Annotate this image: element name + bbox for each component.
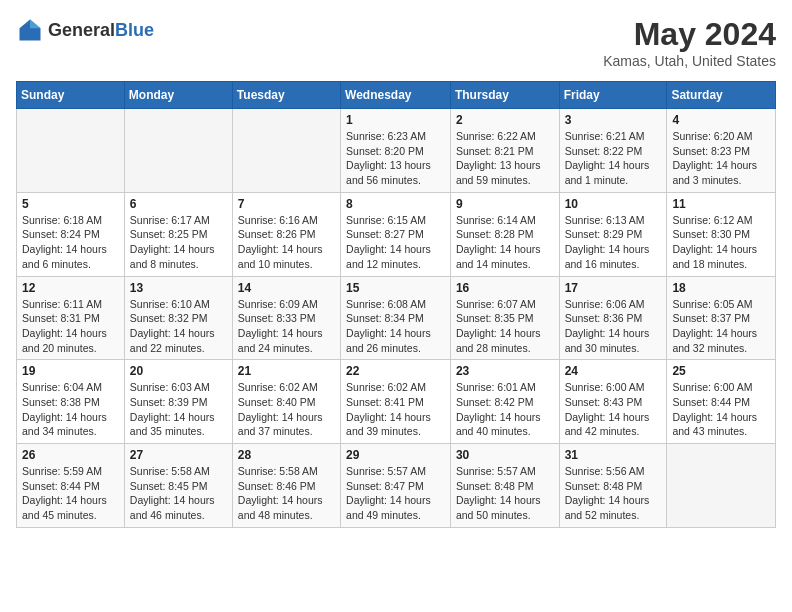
calendar-week-row: 5Sunrise: 6:18 AMSunset: 8:24 PMDaylight… (17, 192, 776, 276)
day-info: Sunrise: 6:09 AMSunset: 8:33 PMDaylight:… (238, 297, 335, 356)
day-info: Sunrise: 6:21 AMSunset: 8:22 PMDaylight:… (565, 129, 662, 188)
day-number: 14 (238, 281, 335, 295)
day-number: 13 (130, 281, 227, 295)
calendar-cell: 21Sunrise: 6:02 AMSunset: 8:40 PMDayligh… (232, 360, 340, 444)
calendar-week-row: 1Sunrise: 6:23 AMSunset: 8:20 PMDaylight… (17, 109, 776, 193)
day-info: Sunrise: 6:13 AMSunset: 8:29 PMDaylight:… (565, 213, 662, 272)
calendar-cell: 1Sunrise: 6:23 AMSunset: 8:20 PMDaylight… (341, 109, 451, 193)
day-info: Sunrise: 5:57 AMSunset: 8:48 PMDaylight:… (456, 464, 554, 523)
logo-general: General (48, 20, 115, 40)
calendar-cell: 30Sunrise: 5:57 AMSunset: 8:48 PMDayligh… (450, 444, 559, 528)
calendar-cell: 4Sunrise: 6:20 AMSunset: 8:23 PMDaylight… (667, 109, 776, 193)
weekday-header-row: SundayMondayTuesdayWednesdayThursdayFrid… (17, 82, 776, 109)
day-info: Sunrise: 6:03 AMSunset: 8:39 PMDaylight:… (130, 380, 227, 439)
day-number: 12 (22, 281, 119, 295)
day-info: Sunrise: 5:56 AMSunset: 8:48 PMDaylight:… (565, 464, 662, 523)
day-number: 7 (238, 197, 335, 211)
day-number: 18 (672, 281, 770, 295)
day-number: 4 (672, 113, 770, 127)
calendar-cell: 5Sunrise: 6:18 AMSunset: 8:24 PMDaylight… (17, 192, 125, 276)
calendar-cell: 16Sunrise: 6:07 AMSunset: 8:35 PMDayligh… (450, 276, 559, 360)
day-number: 19 (22, 364, 119, 378)
day-number: 26 (22, 448, 119, 462)
day-info: Sunrise: 6:16 AMSunset: 8:26 PMDaylight:… (238, 213, 335, 272)
calendar-cell: 27Sunrise: 5:58 AMSunset: 8:45 PMDayligh… (124, 444, 232, 528)
day-number: 23 (456, 364, 554, 378)
day-info: Sunrise: 6:17 AMSunset: 8:25 PMDaylight:… (130, 213, 227, 272)
day-number: 22 (346, 364, 445, 378)
day-number: 21 (238, 364, 335, 378)
calendar-cell: 22Sunrise: 6:02 AMSunset: 8:41 PMDayligh… (341, 360, 451, 444)
logo-text: GeneralBlue (48, 20, 154, 41)
day-info: Sunrise: 5:59 AMSunset: 8:44 PMDaylight:… (22, 464, 119, 523)
calendar-cell: 20Sunrise: 6:03 AMSunset: 8:39 PMDayligh… (124, 360, 232, 444)
calendar-cell: 24Sunrise: 6:00 AMSunset: 8:43 PMDayligh… (559, 360, 667, 444)
day-number: 30 (456, 448, 554, 462)
day-number: 25 (672, 364, 770, 378)
day-number: 15 (346, 281, 445, 295)
day-info: Sunrise: 6:06 AMSunset: 8:36 PMDaylight:… (565, 297, 662, 356)
day-info: Sunrise: 5:58 AMSunset: 8:46 PMDaylight:… (238, 464, 335, 523)
weekday-header: Wednesday (341, 82, 451, 109)
day-info: Sunrise: 6:04 AMSunset: 8:38 PMDaylight:… (22, 380, 119, 439)
day-number: 31 (565, 448, 662, 462)
day-number: 16 (456, 281, 554, 295)
day-number: 17 (565, 281, 662, 295)
calendar-cell: 6Sunrise: 6:17 AMSunset: 8:25 PMDaylight… (124, 192, 232, 276)
day-info: Sunrise: 6:12 AMSunset: 8:30 PMDaylight:… (672, 213, 770, 272)
day-info: Sunrise: 6:00 AMSunset: 8:43 PMDaylight:… (565, 380, 662, 439)
page-header: GeneralBlue May 2024 Kamas, Utah, United… (16, 16, 776, 69)
calendar-body: 1Sunrise: 6:23 AMSunset: 8:20 PMDaylight… (17, 109, 776, 528)
calendar-cell: 28Sunrise: 5:58 AMSunset: 8:46 PMDayligh… (232, 444, 340, 528)
day-number: 2 (456, 113, 554, 127)
title-block: May 2024 Kamas, Utah, United States (603, 16, 776, 69)
calendar-cell (17, 109, 125, 193)
calendar-cell: 8Sunrise: 6:15 AMSunset: 8:27 PMDaylight… (341, 192, 451, 276)
calendar-cell: 9Sunrise: 6:14 AMSunset: 8:28 PMDaylight… (450, 192, 559, 276)
logo-blue: Blue (115, 20, 154, 40)
logo-icon (16, 16, 44, 44)
day-info: Sunrise: 6:07 AMSunset: 8:35 PMDaylight:… (456, 297, 554, 356)
calendar-cell: 15Sunrise: 6:08 AMSunset: 8:34 PMDayligh… (341, 276, 451, 360)
day-number: 27 (130, 448, 227, 462)
day-number: 29 (346, 448, 445, 462)
day-number: 20 (130, 364, 227, 378)
day-info: Sunrise: 6:20 AMSunset: 8:23 PMDaylight:… (672, 129, 770, 188)
calendar-cell: 23Sunrise: 6:01 AMSunset: 8:42 PMDayligh… (450, 360, 559, 444)
location-subtitle: Kamas, Utah, United States (603, 53, 776, 69)
day-info: Sunrise: 6:02 AMSunset: 8:40 PMDaylight:… (238, 380, 335, 439)
day-info: Sunrise: 6:22 AMSunset: 8:21 PMDaylight:… (456, 129, 554, 188)
weekday-header: Monday (124, 82, 232, 109)
calendar-cell: 11Sunrise: 6:12 AMSunset: 8:30 PMDayligh… (667, 192, 776, 276)
logo: GeneralBlue (16, 16, 154, 44)
calendar-table: SundayMondayTuesdayWednesdayThursdayFrid… (16, 81, 776, 528)
day-number: 10 (565, 197, 662, 211)
calendar-cell: 2Sunrise: 6:22 AMSunset: 8:21 PMDaylight… (450, 109, 559, 193)
day-info: Sunrise: 6:08 AMSunset: 8:34 PMDaylight:… (346, 297, 445, 356)
day-info: Sunrise: 6:18 AMSunset: 8:24 PMDaylight:… (22, 213, 119, 272)
day-number: 5 (22, 197, 119, 211)
day-info: Sunrise: 6:14 AMSunset: 8:28 PMDaylight:… (456, 213, 554, 272)
calendar-cell (124, 109, 232, 193)
calendar-cell: 10Sunrise: 6:13 AMSunset: 8:29 PMDayligh… (559, 192, 667, 276)
day-number: 8 (346, 197, 445, 211)
calendar-header: SundayMondayTuesdayWednesdayThursdayFrid… (17, 82, 776, 109)
weekday-header: Tuesday (232, 82, 340, 109)
calendar-cell (667, 444, 776, 528)
day-number: 3 (565, 113, 662, 127)
calendar-cell: 7Sunrise: 6:16 AMSunset: 8:26 PMDaylight… (232, 192, 340, 276)
calendar-cell: 25Sunrise: 6:00 AMSunset: 8:44 PMDayligh… (667, 360, 776, 444)
day-number: 24 (565, 364, 662, 378)
calendar-cell: 31Sunrise: 5:56 AMSunset: 8:48 PMDayligh… (559, 444, 667, 528)
day-number: 6 (130, 197, 227, 211)
calendar-cell (232, 109, 340, 193)
day-number: 11 (672, 197, 770, 211)
calendar-cell: 13Sunrise: 6:10 AMSunset: 8:32 PMDayligh… (124, 276, 232, 360)
day-info: Sunrise: 6:02 AMSunset: 8:41 PMDaylight:… (346, 380, 445, 439)
calendar-cell: 18Sunrise: 6:05 AMSunset: 8:37 PMDayligh… (667, 276, 776, 360)
day-number: 28 (238, 448, 335, 462)
day-info: Sunrise: 6:15 AMSunset: 8:27 PMDaylight:… (346, 213, 445, 272)
weekday-header: Sunday (17, 82, 125, 109)
calendar-week-row: 26Sunrise: 5:59 AMSunset: 8:44 PMDayligh… (17, 444, 776, 528)
day-info: Sunrise: 6:10 AMSunset: 8:32 PMDaylight:… (130, 297, 227, 356)
